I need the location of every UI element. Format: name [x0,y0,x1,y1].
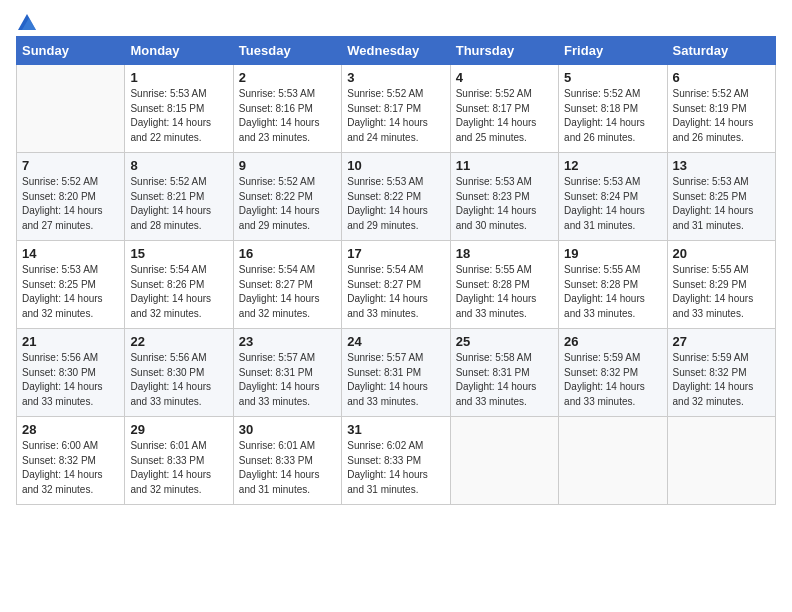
weekday-header-saturday: Saturday [667,37,775,65]
calendar-cell [559,417,667,505]
calendar-cell: 20Sunrise: 5:55 AM Sunset: 8:29 PM Dayli… [667,241,775,329]
day-info: Sunrise: 5:53 AM Sunset: 8:25 PM Dayligh… [22,263,119,321]
day-info: Sunrise: 5:54 AM Sunset: 8:27 PM Dayligh… [239,263,336,321]
calendar-cell: 11Sunrise: 5:53 AM Sunset: 8:23 PM Dayli… [450,153,558,241]
day-info: Sunrise: 5:53 AM Sunset: 8:16 PM Dayligh… [239,87,336,145]
day-number: 30 [239,422,336,437]
day-number: 21 [22,334,119,349]
day-number: 29 [130,422,227,437]
day-info: Sunrise: 5:52 AM Sunset: 8:17 PM Dayligh… [347,87,444,145]
day-info: Sunrise: 6:02 AM Sunset: 8:33 PM Dayligh… [347,439,444,497]
day-number: 2 [239,70,336,85]
calendar-cell: 27Sunrise: 5:59 AM Sunset: 8:32 PM Dayli… [667,329,775,417]
day-info: Sunrise: 5:57 AM Sunset: 8:31 PM Dayligh… [347,351,444,409]
calendar-cell: 22Sunrise: 5:56 AM Sunset: 8:30 PM Dayli… [125,329,233,417]
weekday-header-tuesday: Tuesday [233,37,341,65]
calendar-cell: 23Sunrise: 5:57 AM Sunset: 8:31 PM Dayli… [233,329,341,417]
calendar-cell [17,65,125,153]
calendar-cell: 7Sunrise: 5:52 AM Sunset: 8:20 PM Daylig… [17,153,125,241]
day-info: Sunrise: 5:59 AM Sunset: 8:32 PM Dayligh… [673,351,770,409]
calendar-cell [667,417,775,505]
day-info: Sunrise: 5:57 AM Sunset: 8:31 PM Dayligh… [239,351,336,409]
weekday-header-row: SundayMondayTuesdayWednesdayThursdayFrid… [17,37,776,65]
day-info: Sunrise: 5:54 AM Sunset: 8:27 PM Dayligh… [347,263,444,321]
day-info: Sunrise: 6:00 AM Sunset: 8:32 PM Dayligh… [22,439,119,497]
day-info: Sunrise: 5:53 AM Sunset: 8:23 PM Dayligh… [456,175,553,233]
day-info: Sunrise: 5:52 AM Sunset: 8:17 PM Dayligh… [456,87,553,145]
calendar-cell: 19Sunrise: 5:55 AM Sunset: 8:28 PM Dayli… [559,241,667,329]
day-number: 16 [239,246,336,261]
day-number: 22 [130,334,227,349]
calendar-cell: 1Sunrise: 5:53 AM Sunset: 8:15 PM Daylig… [125,65,233,153]
day-info: Sunrise: 5:58 AM Sunset: 8:31 PM Dayligh… [456,351,553,409]
day-number: 20 [673,246,770,261]
logo [16,16,36,26]
day-number: 3 [347,70,444,85]
day-info: Sunrise: 6:01 AM Sunset: 8:33 PM Dayligh… [239,439,336,497]
weekday-header-monday: Monday [125,37,233,65]
calendar-cell: 21Sunrise: 5:56 AM Sunset: 8:30 PM Dayli… [17,329,125,417]
calendar-cell: 16Sunrise: 5:54 AM Sunset: 8:27 PM Dayli… [233,241,341,329]
day-number: 19 [564,246,661,261]
day-number: 17 [347,246,444,261]
day-info: Sunrise: 5:59 AM Sunset: 8:32 PM Dayligh… [564,351,661,409]
day-number: 11 [456,158,553,173]
calendar-cell: 13Sunrise: 5:53 AM Sunset: 8:25 PM Dayli… [667,153,775,241]
calendar-cell: 28Sunrise: 6:00 AM Sunset: 8:32 PM Dayli… [17,417,125,505]
day-info: Sunrise: 5:53 AM Sunset: 8:24 PM Dayligh… [564,175,661,233]
day-number: 6 [673,70,770,85]
calendar-cell: 3Sunrise: 5:52 AM Sunset: 8:17 PM Daylig… [342,65,450,153]
calendar-cell: 25Sunrise: 5:58 AM Sunset: 8:31 PM Dayli… [450,329,558,417]
logo-icon [18,14,36,30]
day-info: Sunrise: 5:56 AM Sunset: 8:30 PM Dayligh… [130,351,227,409]
day-number: 24 [347,334,444,349]
week-row-4: 21Sunrise: 5:56 AM Sunset: 8:30 PM Dayli… [17,329,776,417]
calendar-cell: 12Sunrise: 5:53 AM Sunset: 8:24 PM Dayli… [559,153,667,241]
day-info: Sunrise: 5:56 AM Sunset: 8:30 PM Dayligh… [22,351,119,409]
calendar-cell: 30Sunrise: 6:01 AM Sunset: 8:33 PM Dayli… [233,417,341,505]
calendar-cell: 26Sunrise: 5:59 AM Sunset: 8:32 PM Dayli… [559,329,667,417]
day-number: 27 [673,334,770,349]
day-number: 13 [673,158,770,173]
day-info: Sunrise: 5:54 AM Sunset: 8:26 PM Dayligh… [130,263,227,321]
day-number: 23 [239,334,336,349]
calendar-cell: 2Sunrise: 5:53 AM Sunset: 8:16 PM Daylig… [233,65,341,153]
calendar-cell: 6Sunrise: 5:52 AM Sunset: 8:19 PM Daylig… [667,65,775,153]
day-info: Sunrise: 5:52 AM Sunset: 8:18 PM Dayligh… [564,87,661,145]
day-number: 9 [239,158,336,173]
day-number: 8 [130,158,227,173]
day-info: Sunrise: 5:53 AM Sunset: 8:25 PM Dayligh… [673,175,770,233]
calendar-cell: 17Sunrise: 5:54 AM Sunset: 8:27 PM Dayli… [342,241,450,329]
calendar-table: SundayMondayTuesdayWednesdayThursdayFrid… [16,36,776,505]
calendar-cell: 9Sunrise: 5:52 AM Sunset: 8:22 PM Daylig… [233,153,341,241]
calendar-cell: 4Sunrise: 5:52 AM Sunset: 8:17 PM Daylig… [450,65,558,153]
day-number: 1 [130,70,227,85]
calendar-cell: 14Sunrise: 5:53 AM Sunset: 8:25 PM Dayli… [17,241,125,329]
page-header [16,16,776,26]
week-row-2: 7Sunrise: 5:52 AM Sunset: 8:20 PM Daylig… [17,153,776,241]
day-info: Sunrise: 5:52 AM Sunset: 8:19 PM Dayligh… [673,87,770,145]
day-info: Sunrise: 5:53 AM Sunset: 8:22 PM Dayligh… [347,175,444,233]
day-number: 31 [347,422,444,437]
day-number: 26 [564,334,661,349]
day-number: 12 [564,158,661,173]
day-number: 5 [564,70,661,85]
day-info: Sunrise: 5:55 AM Sunset: 8:29 PM Dayligh… [673,263,770,321]
weekday-header-friday: Friday [559,37,667,65]
calendar-cell: 8Sunrise: 5:52 AM Sunset: 8:21 PM Daylig… [125,153,233,241]
day-info: Sunrise: 5:53 AM Sunset: 8:15 PM Dayligh… [130,87,227,145]
week-row-5: 28Sunrise: 6:00 AM Sunset: 8:32 PM Dayli… [17,417,776,505]
weekday-header-wednesday: Wednesday [342,37,450,65]
calendar-cell: 10Sunrise: 5:53 AM Sunset: 8:22 PM Dayli… [342,153,450,241]
calendar-cell: 18Sunrise: 5:55 AM Sunset: 8:28 PM Dayli… [450,241,558,329]
calendar-body: 1Sunrise: 5:53 AM Sunset: 8:15 PM Daylig… [17,65,776,505]
weekday-header-sunday: Sunday [17,37,125,65]
calendar-cell: 31Sunrise: 6:02 AM Sunset: 8:33 PM Dayli… [342,417,450,505]
day-info: Sunrise: 5:55 AM Sunset: 8:28 PM Dayligh… [456,263,553,321]
day-info: Sunrise: 5:52 AM Sunset: 8:22 PM Dayligh… [239,175,336,233]
calendar-cell: 29Sunrise: 6:01 AM Sunset: 8:33 PM Dayli… [125,417,233,505]
calendar-cell: 5Sunrise: 5:52 AM Sunset: 8:18 PM Daylig… [559,65,667,153]
week-row-3: 14Sunrise: 5:53 AM Sunset: 8:25 PM Dayli… [17,241,776,329]
week-row-1: 1Sunrise: 5:53 AM Sunset: 8:15 PM Daylig… [17,65,776,153]
day-info: Sunrise: 6:01 AM Sunset: 8:33 PM Dayligh… [130,439,227,497]
